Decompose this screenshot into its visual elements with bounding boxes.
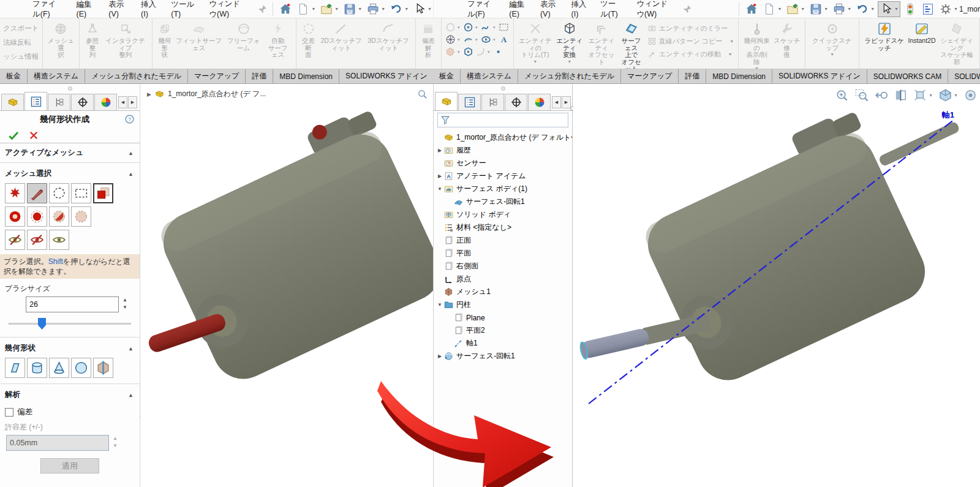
ribbon-move-ent-button[interactable]: エンティティの移動▼ [647,50,734,59]
view-previous-button[interactable] [873,87,889,103]
tab-SOLIDWORKS CAM TBM[interactable]: SOLIDWORKS CAM TBM [948,69,980,83]
tree-expand-arrow[interactable]: ▼ [436,186,443,192]
tree-item-サーフェス-回転1[interactable]: ▶サーフェス-回転1 [434,350,572,363]
s-fillet-button[interactable]: ▼ [475,46,492,58]
sphere-shape-button[interactable] [71,358,91,378]
feature-tree-flyout[interactable]: ▶ 1_mortor_原点合わせ (デ フ... [147,89,266,99]
ribbon-fit2d-button[interactable]: 2Dスケッチフィット [320,20,363,51]
dropdown-caret[interactable]: ▼ [830,52,834,57]
viewport-after[interactable]: ▼▼ 軸1 [573,84,980,487]
new-doc-button[interactable]: ▼ [295,1,317,17]
save-button[interactable]: ▼ [808,1,829,17]
ribbon-item[interactable]: ッシュ情報 [3,52,39,61]
evaluate-list-button[interactable] [920,1,936,17]
magnifier-icon[interactable] [417,89,428,100]
undo-button[interactable]: ▼ [854,1,876,17]
tab-マークアップ[interactable]: マークアップ [621,69,679,83]
dropdown-caret[interactable]: ▼ [533,59,537,64]
ribbon-sketch-repair-button[interactable]: スケッチ修 復 [774,20,800,59]
menu-ツール(T)[interactable]: ツール(T) [164,0,202,18]
tree-item-原点[interactable]: 原点 [434,273,572,285]
pin-icon[interactable] [682,3,692,15]
motor-model-before[interactable] [141,84,433,487]
tab-メッシュ分割されたモデル[interactable]: メッシュ分割されたモデル [85,69,188,83]
scroll-left-button[interactable]: ◀ [118,96,127,108]
menu-表示(V)[interactable]: 表示(V) [533,0,565,18]
motor-model-after[interactable] [573,84,980,487]
pm-tab-display-ball[interactable] [528,94,551,110]
ok-button[interactable] [7,129,20,142]
s-point-button[interactable] [492,46,504,58]
tree-item-サーフェス ボディ(1)[interactable]: ▼サーフェス ボディ(1) [434,183,572,195]
scroll-right-button[interactable]: ▶ [562,96,571,108]
settings-gear-button[interactable]: ▼ [938,1,959,17]
menu-挿入(I)[interactable]: 挿入(I) [134,0,164,18]
pm-tab-pm-list[interactable] [24,92,47,110]
tree-item-メッシュ1[interactable]: メッシュ1 [434,285,572,298]
empty-circle-button[interactable] [71,206,91,227]
pm-tab-target[interactable] [71,94,94,110]
expand-arrow-icon[interactable]: ▶ [147,91,151,97]
s-wheel-button[interactable]: ▼ [445,34,462,45]
ribbon-entity-convert-button[interactable]: エンティティ 変換▼ [556,20,584,64]
ring-button[interactable] [5,206,25,227]
lasso-button[interactable] [49,183,69,203]
tree-item-センサー[interactable]: センサー [434,157,572,170]
ribbon-deviation-button[interactable]: 偏差解 析 [421,20,436,59]
section-analysis[interactable]: 解析▲ [0,385,140,403]
tab-構造システム[interactable]: 構造システム [28,69,85,83]
menu-ウィンドウ(W)[interactable]: ウィンドウ(W) [630,0,679,18]
tree-item-右側面[interactable]: 右側面 [434,260,572,273]
ribbon-geometry-cube-button[interactable]: 幾何形 状 [157,20,173,59]
s-ellipse-button[interactable]: ▼ [480,34,497,45]
tree-item-Plane[interactable]: Plane [434,311,572,324]
home-button[interactable] [277,1,293,17]
pm-tab-config[interactable] [48,94,70,110]
ribbon-rapid-bolt-button[interactable]: ラピッドスケッチ [864,20,905,51]
s-spline-button[interactable]: ▼ [480,21,497,33]
view-orientation-button[interactable]: ▼ [912,87,934,103]
menu-編集(E)[interactable]: 編集(E) [70,0,102,18]
section-view-button[interactable] [892,87,909,103]
menu-ファイル(F)[interactable]: ファイル(F) [461,0,502,18]
ribbon-fit-surface-button[interactable]: フィットサーフェス [176,20,222,51]
tab-メッシュ分割されたモデル[interactable]: メッシュ分割されたモデル [518,69,621,83]
ribbon-mirror-button[interactable]: エンティティのミラー [647,24,734,33]
apply-button[interactable]: 適用 [40,458,99,474]
cone-shape-button[interactable] [49,358,69,378]
rebuild-traffic-button[interactable] [902,1,918,17]
tree-item-材料 <指定なし>[interactable]: 材料 <指定なし> [434,221,572,234]
deviation-checkbox[interactable] [5,408,13,417]
s-arc-button[interactable]: ▼ [462,34,480,45]
ribbon-linear-pattern-button[interactable]: 直線パターン コピー▼ [647,37,734,46]
tab-MBD Dimension[interactable]: MBD Dimension [706,69,772,83]
tab-板金[interactable]: 板金 [0,69,28,83]
tab-評価[interactable]: 評価 [246,69,273,83]
menu-ウィンドウ(W)[interactable]: ウィンドウ(W) [202,0,254,18]
symmetry-shape-button[interactable] [93,358,113,378]
tree-expand-arrow[interactable]: ▶ [436,173,443,179]
ribbon-offset-ent-button[interactable]: エンティティ オフセット [587,20,616,66]
tree-item-履歴[interactable]: ▶履歴 [434,144,572,157]
section-geometry[interactable]: 幾何形状▲ [0,339,140,357]
ribbon-quick-snap-button[interactable]: クイックスナップ▼ [810,20,853,57]
ribbon-instant2d-button[interactable]: Instant2D [908,20,936,45]
brush-size-stepper[interactable]: ▲▼ [121,296,129,311]
tree-expand-arrow[interactable]: ▶ [436,148,443,153]
tab-板金[interactable]: 板金 [433,69,461,83]
eye-hide-unselected-button[interactable] [5,230,25,250]
s-blob-button[interactable]: ▼ [445,46,462,58]
ribbon-geo-constraint-button[interactable]: 幾何拘束の 表示/削除▼ [744,20,770,69]
menu-ツール(T)[interactable]: ツール(T) [594,0,630,18]
ribbon-trim-button[interactable]: エンティティの トリム(T)▼ [519,20,552,64]
filled-circle-button[interactable] [27,206,47,227]
scroll-left-button[interactable]: ◀ [552,96,561,108]
eye-show-all-button[interactable] [49,230,69,250]
tree-item-サーフェス-回転1[interactable]: サーフェス-回転1 [434,195,572,208]
ribbon-mesh-ball-button[interactable]: メッシュ選 択 [48,20,74,59]
paint-layers-button[interactable] [93,183,113,203]
menu-挿入(I)[interactable]: 挿入(I) [565,0,594,18]
pm-tab-target[interactable] [505,94,527,110]
tab-マークアップ[interactable]: マークアップ [188,69,246,83]
pm-tab-pm-list[interactable] [458,94,481,110]
